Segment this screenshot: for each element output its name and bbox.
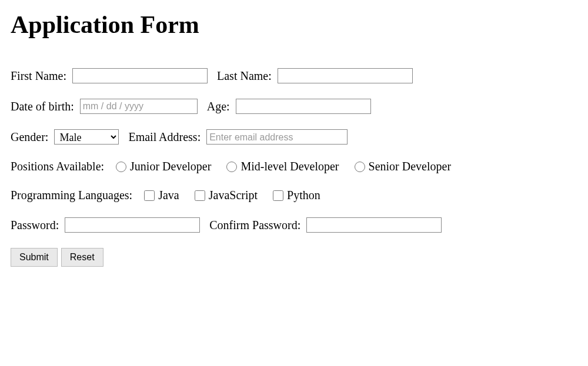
email-input[interactable]: [206, 129, 348, 145]
application-form: First Name: Last Name: Date of birth: Ag…: [11, 68, 577, 267]
age-input[interactable]: [236, 99, 371, 114]
reset-button[interactable]: Reset: [61, 248, 103, 267]
password-input[interactable]: [65, 217, 200, 233]
first-name-input[interactable]: [72, 68, 208, 83]
language-label-java: Java: [158, 189, 179, 202]
language-checkbox-javascript[interactable]: [195, 190, 205, 201]
position-label-senior: Senior Developer: [369, 160, 452, 173]
row-languages: Programming Languages: Java JavaScript P…: [11, 189, 577, 202]
submit-button[interactable]: Submit: [11, 248, 58, 267]
language-checkbox-java[interactable]: [144, 190, 155, 201]
row-gender-email: Gender: Male Female Email Address:: [11, 129, 577, 145]
gender-label: Gender:: [11, 130, 48, 144]
confirm-password-input[interactable]: [306, 217, 442, 233]
confirm-password-label: Confirm Password:: [209, 219, 300, 232]
position-radio-junior[interactable]: [116, 162, 126, 172]
row-name: First Name: Last Name:: [11, 68, 577, 83]
first-name-label: First Name:: [11, 69, 66, 83]
row-dob-age: Date of birth: Age:: [11, 99, 577, 114]
row-buttons: Submit Reset: [11, 248, 577, 267]
positions-label: Positions Available:: [11, 160, 104, 173]
age-label: Age:: [207, 100, 230, 113]
last-name-input[interactable]: [278, 68, 413, 83]
languages-label: Programming Languages:: [11, 189, 132, 202]
language-label-python: Python: [287, 189, 320, 202]
row-password: Password: Confirm Password:: [11, 217, 577, 233]
row-positions: Positions Available: Junior Developer Mi…: [11, 160, 577, 173]
position-radio-senior[interactable]: [355, 162, 365, 172]
password-label: Password:: [11, 219, 59, 232]
position-label-mid: Mid-level Developer: [240, 160, 339, 173]
email-label: Email Address:: [128, 130, 201, 144]
position-radio-mid[interactable]: [226, 162, 237, 172]
position-label-junior: Junior Developer: [130, 160, 211, 173]
language-label-javascript: JavaScript: [209, 189, 258, 202]
dob-input[interactable]: [80, 99, 198, 114]
language-checkbox-python[interactable]: [273, 190, 283, 201]
last-name-label: Last Name:: [217, 69, 272, 83]
page-title: Application Form: [11, 11, 577, 39]
gender-select[interactable]: Male Female: [54, 129, 119, 145]
dob-label: Date of birth:: [11, 100, 74, 113]
